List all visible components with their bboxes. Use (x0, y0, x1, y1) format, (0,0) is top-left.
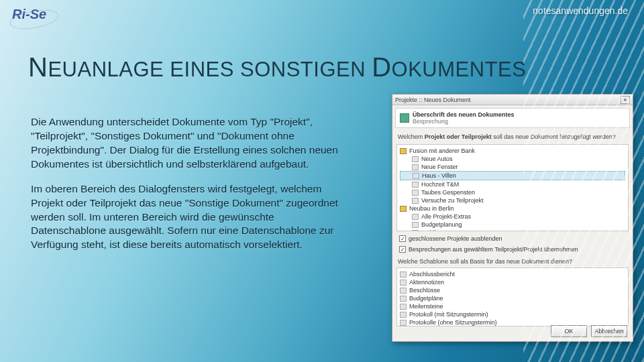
tree-item[interactable]: Alle Projekt-Extras (400, 213, 625, 221)
template-item-label: Protokoll (mit Sitzungstermin) (409, 311, 488, 318)
project-tree[interactable]: Fusion mit anderer BankNeue AutosNeue Fe… (396, 144, 629, 231)
template-item-label: Abschlussbericht (409, 271, 455, 278)
template-item-label: Budgetpläne (409, 295, 443, 302)
dialog-question-2: Welche Schablone soll als Basis für das … (392, 254, 633, 266)
document-icon (412, 230, 419, 232)
template-item-label: Aktennotizen (409, 279, 444, 286)
new-document-dialog: Projekte :: Neues Dokument × Überschrift… (392, 94, 633, 342)
tree-item-label: Taubes Gespensten (421, 189, 475, 196)
paragraph-1: Die Anwendung unterscheidet Dokumente vo… (31, 115, 339, 172)
tree-item-label: Alle Projekt-Extras (421, 213, 471, 220)
brand-logo: Ri-Se (12, 7, 46, 22)
slide-title: NEUANLAGE EINES SONSTIGEN DOKUMENTES (28, 52, 616, 82)
document-icon (400, 304, 407, 310)
document-icon (412, 156, 419, 162)
ok-button[interactable]: OK (551, 325, 587, 337)
template-item-label: Meilensteine (409, 303, 443, 310)
inherit-meetings-checkbox-row[interactable]: ✓ Besprechungen aus gewähltem Teilprojek… (392, 243, 633, 254)
template-item[interactable]: Aktennotizen (400, 278, 625, 286)
tree-item[interactable]: Haus - Villen (400, 171, 625, 180)
document-icon (412, 164, 419, 170)
checkbox-icon[interactable]: ✓ (399, 246, 406, 253)
hide-closed-label: geschlossene Projekte ausblenden (409, 235, 502, 242)
template-item-label: Beschlüsse (409, 287, 440, 294)
tree-item-label: Versuche zu Teilprojekt (421, 197, 483, 204)
dialog-titlebar: Projekte :: Neues Dokument × (392, 95, 633, 105)
tree-item-label: Fusion mit anderer Bank (409, 147, 475, 154)
template-item[interactable]: Budgetpläne (400, 294, 625, 302)
dialog-question-1: Welchem Projekt oder Teilprojekt soll da… (392, 131, 633, 143)
document-icon (412, 190, 419, 196)
template-list[interactable]: AbschlussberichtAktennotizenBeschlüsseBu… (396, 267, 629, 326)
tree-item-label: Neubau in Berlin (409, 205, 454, 212)
template-item-label: Protokolle (ohne Sitzungstermin) (409, 319, 497, 326)
document-icon (412, 198, 419, 204)
tree-item[interactable]: Versuche zu Teilprojekt (400, 196, 625, 204)
title-mid: EINES SONSTIGEN (164, 58, 372, 81)
document-icon (412, 182, 419, 188)
folder-icon (400, 148, 407, 154)
tree-item-label: Neue Autos (421, 156, 453, 162)
tree-folder[interactable]: Neubau in Berlin (400, 204, 625, 213)
tree-item[interactable]: Taubes Gespensten (400, 188, 625, 196)
template-item[interactable]: Beschlüsse (400, 286, 625, 294)
close-icon[interactable]: × (621, 96, 630, 104)
title-rest-2: OKUMENTES (392, 58, 527, 81)
dialog-title: Projekte :: Neues Dokument (395, 97, 471, 103)
tree-item-label: Haus - Villen (422, 172, 456, 179)
dialog-header: Überschrift des neuen Dokumentes Besprec… (395, 108, 630, 128)
tree-item[interactable]: Neue Autos (400, 155, 625, 163)
tree-folder[interactable]: Fusion mit anderer Bank (400, 147, 625, 155)
cancel-button[interactable]: Abbrechen (591, 325, 627, 337)
title-cap-1: N (28, 52, 48, 82)
hide-closed-checkbox-row[interactable]: ✓ geschlossene Projekte ausblenden (392, 233, 633, 243)
inherit-meetings-label: Besprechungen aus gewähltem Teilprojekt/… (409, 246, 578, 253)
paragraph-2: Im oberen Bereich des Dialogfensters wir… (31, 182, 339, 253)
document-icon (400, 320, 407, 326)
title-rest-1: EUANLAGE (48, 58, 164, 81)
dialog-header-text: Überschrift des neuen Dokumentes (413, 111, 515, 118)
document-icon (400, 288, 407, 294)
tree-item-label: Neue Fenster (421, 164, 458, 170)
document-icon (400, 312, 407, 318)
template-item[interactable]: Meilensteine (400, 302, 625, 310)
dialog-subheader: Besprechung (413, 118, 515, 125)
tree-item-label: Mobilzeugs (421, 229, 452, 231)
tree-item-label: Hochzeit T&M (421, 181, 459, 188)
document-icon (413, 173, 419, 179)
checkbox-icon[interactable]: ✓ (399, 235, 406, 242)
folder-icon (400, 206, 407, 212)
document-icon (400, 296, 407, 302)
document-icon (400, 272, 407, 278)
tree-item[interactable]: Neue Fenster (400, 163, 625, 171)
site-url: notesanwendungen.de (533, 5, 628, 16)
tree-item-label: Budgetplanung (421, 221, 462, 228)
document-icon (412, 222, 419, 228)
tree-item[interactable]: Budgetplanung (400, 221, 625, 229)
document-icon (400, 280, 407, 286)
template-item[interactable]: Protokoll (mit Sitzungstermin) (400, 310, 625, 318)
tree-item[interactable]: Mobilzeugs (400, 229, 625, 231)
document-icon (400, 113, 409, 123)
body-text: Die Anwendung unterscheidet Dokumente vo… (31, 115, 339, 263)
template-item[interactable]: Abschlussbericht (400, 270, 625, 278)
title-cap-2: D (372, 52, 391, 82)
document-icon (412, 214, 419, 220)
tree-item[interactable]: Hochzeit T&M (400, 180, 625, 188)
